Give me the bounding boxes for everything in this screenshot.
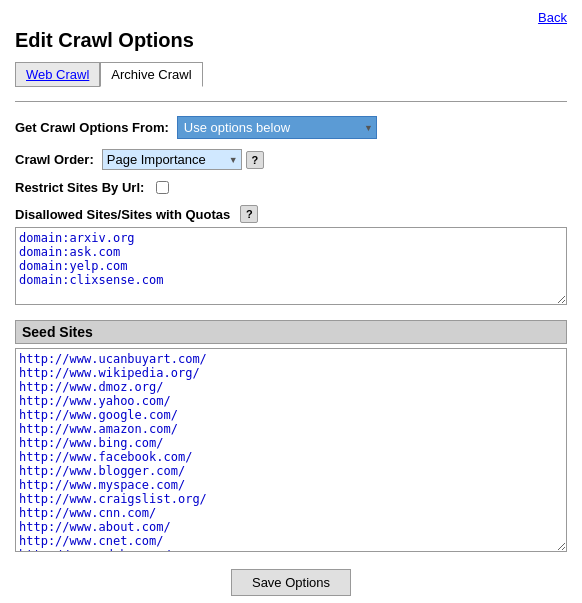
- disallowed-sites-label: Disallowed Sites/Sites with Quotas ?: [15, 205, 567, 223]
- crawl-order-help-button[interactable]: ?: [246, 151, 264, 169]
- tab-archive-crawl[interactable]: Archive Crawl: [100, 62, 202, 87]
- seed-section: Seed Sites http://www.ucanbuyart.com/ ht…: [15, 320, 567, 555]
- seed-sites-label: Seed Sites: [15, 320, 567, 344]
- get-crawl-options-select[interactable]: Use options below Use profile: [177, 116, 377, 139]
- restrict-sites-checkbox[interactable]: [156, 181, 169, 194]
- top-bar: Back: [15, 10, 567, 25]
- get-crawl-options-row: Get Crawl Options From: Use options belo…: [15, 116, 567, 139]
- back-link[interactable]: Back: [538, 10, 567, 25]
- crawl-order-select[interactable]: Page Importance Breadth First Depth Firs…: [102, 149, 242, 170]
- get-crawl-options-label: Get Crawl Options From:: [15, 120, 169, 135]
- tabs: Web Crawl Archive Crawl: [15, 62, 567, 87]
- get-crawl-options-select-container: Use options below Use profile: [177, 116, 377, 139]
- save-row: Save Options: [15, 569, 567, 596]
- save-options-button[interactable]: Save Options: [231, 569, 351, 596]
- disallowed-section: Disallowed Sites/Sites with Quotas ? dom…: [15, 205, 567, 308]
- seed-sites-textarea[interactable]: http://www.ucanbuyart.com/ http://www.wi…: [15, 348, 567, 552]
- crawl-order-select-container: Page Importance Breadth First Depth Firs…: [102, 149, 242, 170]
- disallowed-sites-textarea[interactable]: domain:arxiv.org domain:ask.com domain:y…: [15, 227, 567, 305]
- restrict-sites-row: Restrict Sites By Url:: [15, 180, 567, 195]
- page-title: Edit Crawl Options: [15, 29, 567, 52]
- tab-web-crawl[interactable]: Web Crawl: [15, 62, 100, 87]
- page-container: Back Edit Crawl Options Web Crawl Archiv…: [0, 0, 582, 603]
- disallowed-sites-help-button[interactable]: ?: [240, 205, 258, 223]
- restrict-sites-label: Restrict Sites By Url:: [15, 180, 144, 195]
- crawl-order-row: Crawl Order: Page Importance Breadth Fir…: [15, 149, 567, 170]
- tabs-wrapper: Web Crawl Archive Crawl: [15, 62, 567, 102]
- crawl-order-label: Crawl Order:: [15, 152, 94, 167]
